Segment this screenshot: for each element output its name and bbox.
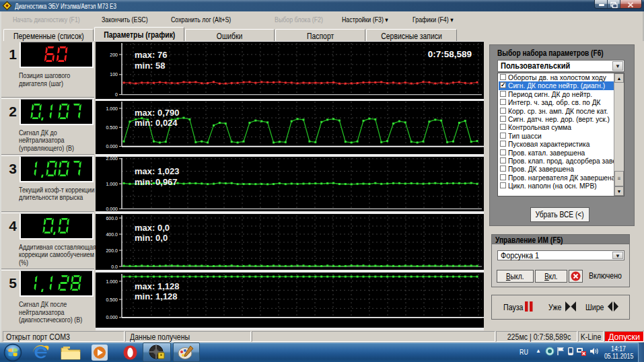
svg-text:0.000: 0.000 bbox=[106, 315, 118, 320]
svg-text:0.500: 0.500 bbox=[106, 124, 118, 129]
svg-text:600.0: 600.0 bbox=[106, 215, 118, 220]
svg-text:400.0: 400.0 bbox=[106, 231, 118, 236]
svg-text:0.000: 0.000 bbox=[106, 144, 118, 149]
svg-text:100: 100 bbox=[110, 72, 118, 77]
svg-text:0.000: 0.000 bbox=[106, 207, 118, 211]
svg-text:0.500: 0.500 bbox=[106, 297, 118, 301]
svg-text:1.000: 1.000 bbox=[106, 106, 118, 110]
svg-text:1.000: 1.000 bbox=[106, 279, 118, 283]
svg-text:200: 200 bbox=[110, 52, 118, 57]
svg-text:200.0: 200.0 bbox=[106, 248, 118, 252]
svg-text:0.0: 0.0 bbox=[111, 264, 118, 268]
svg-text:2.000: 2.000 bbox=[106, 157, 118, 161]
svg-text:1.000: 1.000 bbox=[106, 182, 118, 186]
svg-text:0: 0 bbox=[115, 92, 118, 97]
